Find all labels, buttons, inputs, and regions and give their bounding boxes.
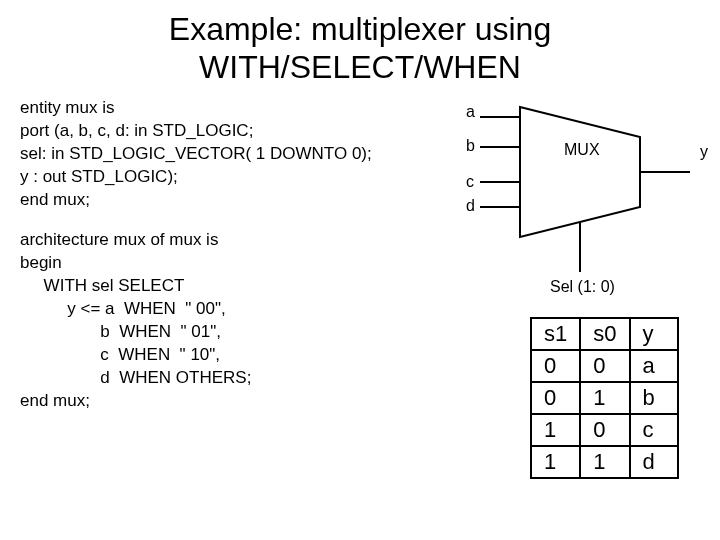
table-row: s1 s0 y <box>531 318 678 350</box>
mux-block-label: MUX <box>564 141 600 158</box>
content-area: entity mux is port (a, b, c, d: in STD_L… <box>0 87 720 413</box>
diagram-column: a b c d MUX y Sel (1: 0) s1 s0 y 0 0 a 0… <box>460 97 700 413</box>
input-label-d: d <box>466 197 475 214</box>
table-row: 1 1 d <box>531 446 678 478</box>
slide-title: Example: multiplexer using WITH/SELECT/W… <box>0 0 720 87</box>
title-line-1: Example: multiplexer using <box>0 10 720 48</box>
th-s0: s0 <box>580 318 629 350</box>
input-label-b: b <box>466 137 475 154</box>
select-label: Sel (1: 0) <box>550 278 615 295</box>
th-s1: s1 <box>531 318 580 350</box>
mux-body-shape <box>520 107 640 237</box>
th-y: y <box>630 318 678 350</box>
entity-code: entity mux is port (a, b, c, d: in STD_L… <box>20 97 460 212</box>
input-label-c: c <box>466 173 474 190</box>
architecture-code: architecture mux of mux is begin WITH se… <box>20 229 460 413</box>
mux-diagram: a b c d MUX y Sel (1: 0) <box>460 97 720 307</box>
input-label-a: a <box>466 103 475 120</box>
table-row: 0 1 b <box>531 382 678 414</box>
output-label-y: y <box>700 143 708 160</box>
title-line-2: WITH/SELECT/WHEN <box>0 48 720 86</box>
table-row: 0 0 a <box>531 350 678 382</box>
table-row: 1 0 c <box>531 414 678 446</box>
truth-table: s1 s0 y 0 0 a 0 1 b 1 0 c 1 1 d <box>530 317 679 479</box>
code-column: entity mux is port (a, b, c, d: in STD_L… <box>20 97 460 413</box>
